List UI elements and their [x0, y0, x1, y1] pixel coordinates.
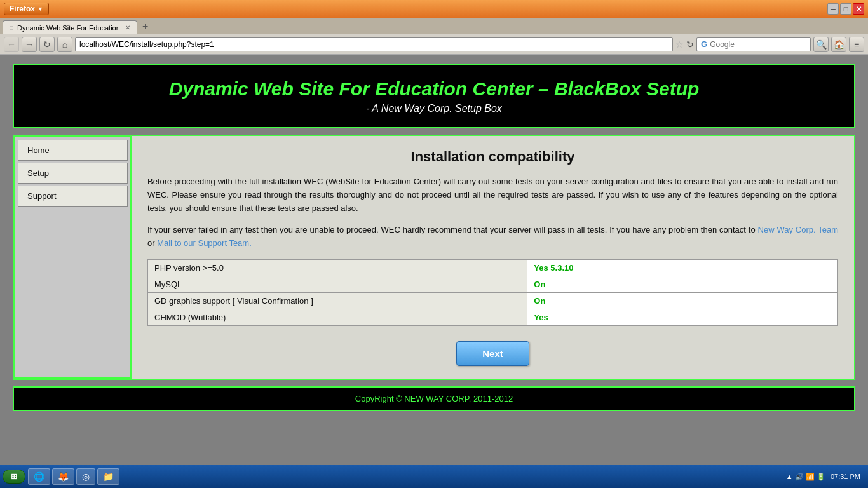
table-row: MySQLOn	[148, 276, 838, 292]
next-button-row: Next	[147, 341, 838, 366]
taskbar-item-ie[interactable]: 🌐	[28, 468, 50, 485]
table-row: PHP version >=5.0Yes 5.3.10	[148, 259, 838, 276]
sidebar-item-home[interactable]: Home	[18, 140, 128, 161]
header-banner: Dynamic Web Site For Education Center – …	[13, 64, 855, 128]
refresh-icon[interactable]: ↻	[686, 39, 694, 50]
search-input[interactable]	[710, 40, 806, 49]
compat-value: On	[527, 292, 838, 309]
title-bar: Firefox ─ □ ✕	[0, 0, 868, 18]
table-row: CHMOD (Writtable)Yes	[148, 309, 838, 325]
content-paragraph-2: If your server failed in any test then y…	[147, 224, 838, 250]
tabs-bar: □ Dynamic Web Site For Education Center …	[0, 18, 868, 34]
back-button[interactable]: ←	[4, 37, 19, 52]
compat-value: On	[527, 276, 838, 292]
chrome-icon: ◎	[82, 471, 90, 482]
tab-favicon-icon: □	[10, 24, 13, 31]
maximize-button[interactable]: □	[840, 3, 851, 15]
nav-bar: ← → ↻ ⌂ ☆ ↻ G 🔍 🏠 ≡	[0, 34, 868, 55]
compat-label: GD graphics support [ Visual Confirmatio…	[148, 292, 527, 309]
sidebar: Home Setup Support	[14, 136, 132, 379]
browser-chrome: Firefox ─ □ ✕ □ Dynamic Web Site For Edu…	[0, 0, 868, 55]
next-button[interactable]: Next	[456, 341, 529, 366]
compat-label: PHP version >=5.0	[148, 259, 527, 276]
firefox-label: Firefox	[10, 4, 35, 13]
clock: 07:31 PM	[831, 473, 860, 480]
content-paragraph-1: Before proceeding with the full installa…	[147, 175, 838, 215]
mail-support-link[interactable]: Mail to our Support Team.	[157, 238, 252, 248]
taskbar-items: 🌐 🦊 ◎ 📁	[28, 468, 778, 485]
firefox-menu-button[interactable]: Firefox	[4, 3, 49, 15]
compat-label: CHMOD (Writtable)	[148, 309, 527, 325]
bookmark-star-icon[interactable]: ☆	[675, 39, 684, 50]
taskbar: ⊞ 🌐 🦊 ◎ 📁 ▲ 🔊 📶 🔋 07:31 PM	[0, 465, 868, 488]
folder-icon: 📁	[103, 471, 114, 482]
settings-icon[interactable]: ≡	[849, 37, 864, 52]
systray: ▲ 🔊 📶 🔋 07:31 PM	[781, 473, 865, 481]
search-bar[interactable]: G	[696, 37, 811, 51]
home-page-icon[interactable]: 🏠	[831, 37, 846, 52]
page-content: Dynamic Web Site For Education Center – …	[0, 55, 868, 436]
url-bar[interactable]	[75, 37, 673, 51]
header-subtitle: - A New Way Corp. Setup Box	[33, 103, 835, 114]
reload-button[interactable]: ↻	[39, 37, 55, 52]
footer-bar: CopyRight © NEW WAY CORP. 2011-2012	[13, 386, 855, 411]
home-button[interactable]: ⌂	[57, 37, 72, 52]
main-layout: Home Setup Support Installation compatib…	[13, 135, 855, 380]
ie-icon: 🌐	[34, 471, 44, 482]
copyright-text: CopyRight © NEW WAY CORP. 2011-2012	[355, 394, 513, 403]
window-controls: ─ □ ✕	[827, 3, 864, 15]
search-submit-icon[interactable]: 🔍	[813, 37, 829, 52]
content-title: Installation compatibility	[147, 149, 838, 165]
active-tab[interactable]: □ Dynamic Web Site For Education Center …	[3, 20, 137, 34]
start-button[interactable]: ⊞	[3, 470, 25, 484]
compat-label: MySQL	[148, 276, 527, 292]
taskbar-item-firefox[interactable]: 🦊	[52, 468, 74, 485]
sidebar-item-setup[interactable]: Setup	[18, 163, 128, 184]
windows-logo-icon: ⊞	[11, 472, 17, 481]
google-icon: G	[701, 39, 707, 49]
tab-title: Dynamic Web Site For Education Center ..…	[17, 24, 119, 32]
newwaycorp-link[interactable]: New Way Corp. Team	[758, 225, 838, 234]
firefox-icon: 🦊	[58, 471, 69, 482]
forward-button[interactable]: →	[22, 37, 37, 52]
taskbar-item-explorer[interactable]: 📁	[97, 468, 119, 485]
compat-value: Yes	[527, 309, 838, 325]
taskbar-item-chrome[interactable]: ◎	[76, 468, 95, 485]
header-title: Dynamic Web Site For Education Center – …	[33, 78, 835, 100]
sidebar-item-support[interactable]: Support	[18, 186, 128, 207]
table-row: GD graphics support [ Visual Confirmatio…	[148, 292, 838, 309]
tab-close-icon[interactable]: ✕	[125, 24, 130, 31]
paragraph2-or: or	[147, 238, 157, 248]
paragraph2-before: If your server failed in any test then y…	[147, 225, 758, 234]
compat-value: Yes 5.3.10	[527, 259, 838, 276]
content-area: Installation compatibility Before procee…	[132, 136, 854, 379]
minimize-button[interactable]: ─	[827, 3, 839, 15]
systray-icons: ▲ 🔊 📶 🔋	[786, 473, 825, 481]
close-button[interactable]: ✕	[853, 3, 864, 15]
compatibility-table: PHP version >=5.0Yes 5.3.10MySQLOnGD gra…	[147, 259, 838, 326]
new-tab-button[interactable]: +	[137, 19, 153, 34]
